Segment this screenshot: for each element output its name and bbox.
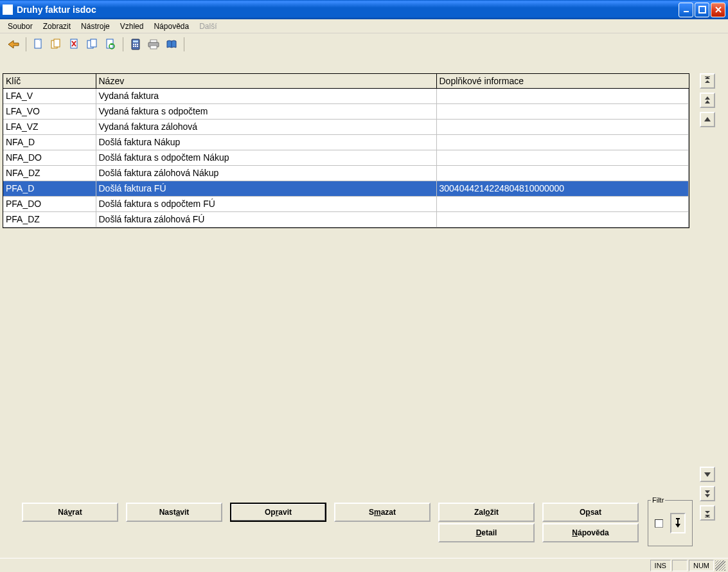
- svg-rect-14: [137, 44, 138, 45]
- data-grid[interactable]: Klíč Název Doplňkové informace LFA_VVyda…: [3, 73, 689, 228]
- table-row[interactable]: NFA_DDošlá faktura Nákup: [3, 134, 689, 150]
- cell-info: [436, 103, 689, 119]
- filtr-label: Filtr: [651, 496, 665, 504]
- napoveda-button[interactable]: Nápověda: [542, 523, 639, 542]
- menu-napoveda[interactable]: Nápověda: [148, 21, 194, 32]
- svg-rect-25: [676, 518, 680, 519]
- cell-info: [436, 150, 689, 165]
- minimize-button[interactable]: [679, 3, 693, 17]
- bottom-panel: Návrat Nastavit Opravit Smazat Založit O…: [0, 497, 728, 553]
- col-header-name[interactable]: Název: [96, 74, 436, 88]
- nastavit-button[interactable]: Nastavit: [126, 503, 222, 522]
- book-icon[interactable]: [163, 36, 180, 53]
- cell-key: LFA_V: [3, 88, 96, 103]
- svg-rect-0: [684, 11, 689, 12]
- cell-key: PFA_DZ: [3, 211, 96, 227]
- cell-info: [436, 119, 689, 134]
- cell-info: [436, 196, 689, 211]
- back-icon[interactable]: [5, 36, 22, 53]
- cell-name: Došlá faktura s odpočtem FÚ: [96, 196, 436, 211]
- table-row[interactable]: LFA_VVydaná faktura: [3, 88, 689, 103]
- statusbar: INS NUM: [0, 558, 728, 572]
- cell-name: Vydaná faktura s odpočtem: [96, 103, 436, 119]
- col-header-info[interactable]: Doplňkové informace: [436, 74, 689, 88]
- content-area: Klíč Název Doplňkové informace LFA_VVyda…: [3, 55, 725, 532]
- cell-info: [436, 211, 689, 227]
- nav-buttons: [700, 73, 720, 521]
- maximize-button[interactable]: [695, 3, 709, 17]
- doc-copy-icon[interactable]: [48, 36, 65, 53]
- detail-button[interactable]: Detail: [438, 523, 535, 542]
- resize-grip-icon[interactable]: [715, 560, 725, 571]
- status-empty: [672, 560, 688, 571]
- svg-rect-13: [135, 44, 136, 45]
- svg-rect-7: [91, 39, 96, 47]
- cell-key: NFA_DO: [3, 150, 96, 165]
- col-header-key[interactable]: Klíč: [3, 74, 96, 88]
- cell-name: Došlá faktura FÚ: [96, 181, 436, 196]
- cell-info: [436, 134, 689, 150]
- status-num: NUM: [689, 560, 714, 571]
- table-row[interactable]: NFA_DZDošlá faktura zálohová Nákup: [3, 165, 689, 181]
- doc-refresh-icon[interactable]: [102, 36, 119, 53]
- app-icon: [3, 4, 13, 15]
- table-row[interactable]: PFA_DZDošlá faktura zálohová FÚ: [3, 211, 689, 227]
- cell-info: 3004044214224804810000000: [436, 181, 689, 196]
- cell-name: Došlá faktura zálohová Nákup: [96, 165, 436, 181]
- svg-rect-15: [133, 46, 134, 47]
- menu-soubor[interactable]: Soubor: [3, 21, 38, 32]
- opravit-button[interactable]: Opravit: [230, 503, 326, 522]
- filtr-checkbox[interactable]: [655, 519, 663, 528]
- table-row[interactable]: PFA_DDošlá faktura FÚ3004044214224804810…: [3, 181, 689, 196]
- cell-key: NFA_DZ: [3, 165, 96, 181]
- nav-first-icon[interactable]: [700, 73, 715, 89]
- opsat-button[interactable]: Opsat: [542, 503, 639, 522]
- table-row[interactable]: PFA_DODošlá faktura s odpočtem FÚ: [3, 196, 689, 211]
- menu-dalsi: Další: [194, 21, 222, 32]
- nav-up-icon[interactable]: [700, 112, 715, 127]
- nav-pageup-icon[interactable]: [700, 93, 715, 108]
- menu-vzhled[interactable]: Vzhled: [115, 21, 149, 32]
- cell-name: Vydaná faktura: [96, 88, 436, 103]
- table-row[interactable]: NFA_DODošlá faktura s odpočtem Nákup: [3, 150, 689, 165]
- filtr-group: Filtr: [648, 500, 693, 546]
- table-row[interactable]: LFA_VZVydaná faktura zálohová: [3, 119, 689, 134]
- menubar: Soubor Zobrazit Nástroje Vzhled Nápověda…: [0, 19, 728, 33]
- menu-nastroje[interactable]: Nástroje: [76, 21, 115, 32]
- doc-delete-icon[interactable]: [66, 36, 83, 53]
- close-button[interactable]: [711, 3, 725, 17]
- smazat-button[interactable]: Smazat: [334, 503, 431, 522]
- status-ins: INS: [650, 560, 671, 571]
- svg-rect-16: [135, 46, 136, 47]
- cell-info: [436, 165, 689, 181]
- doc-new-icon[interactable]: [30, 36, 47, 53]
- calc-icon[interactable]: [127, 36, 144, 53]
- cell-key: NFA_D: [3, 134, 96, 150]
- toolbar: [0, 33, 728, 55]
- cell-key: PFA_DO: [3, 196, 96, 211]
- svg-rect-1: [699, 6, 706, 13]
- cell-key: LFA_VO: [3, 103, 96, 119]
- zalozit-button[interactable]: Založit: [438, 503, 535, 522]
- cell-name: Došlá faktura zálohová FÚ: [96, 211, 436, 227]
- cell-name: Vydaná faktura zálohová: [96, 119, 436, 134]
- cell-name: Došlá faktura s odpočtem Nákup: [96, 150, 436, 165]
- navrat-button[interactable]: Návrat: [22, 503, 118, 522]
- cell-name: Došlá faktura Nákup: [96, 134, 436, 150]
- svg-rect-12: [133, 44, 134, 45]
- filtr-button[interactable]: [670, 513, 686, 533]
- print-icon[interactable]: [145, 36, 162, 53]
- svg-rect-17: [137, 46, 138, 47]
- menu-zobrazit[interactable]: Zobrazit: [38, 21, 76, 32]
- nav-down-icon[interactable]: [700, 467, 715, 482]
- titlebar: Druhy faktur isdoc: [0, 0, 728, 19]
- table-row[interactable]: LFA_VOVydaná faktura s odpočtem: [3, 103, 689, 119]
- doc-edit-icon[interactable]: [84, 36, 101, 53]
- svg-rect-4: [54, 39, 60, 47]
- svg-rect-11: [133, 40, 138, 42]
- svg-rect-20: [150, 46, 157, 49]
- cell-key: LFA_VZ: [3, 119, 96, 134]
- window-title: Druhy faktur isdoc: [17, 4, 679, 15]
- svg-rect-22: [705, 76, 710, 77]
- cell-info: [436, 88, 689, 103]
